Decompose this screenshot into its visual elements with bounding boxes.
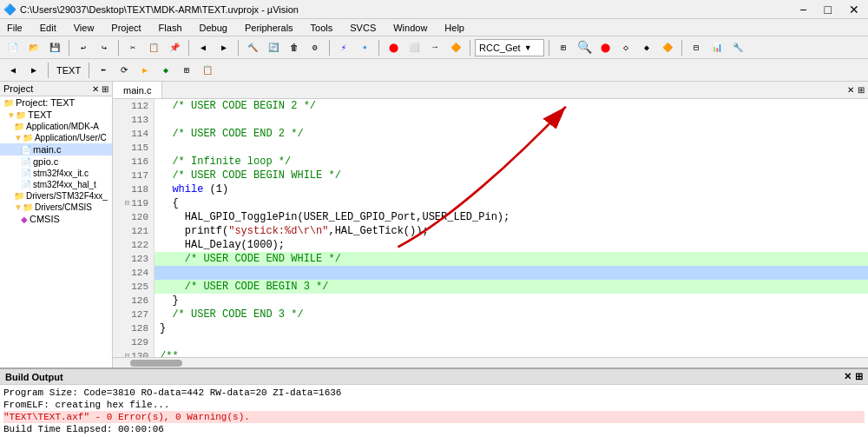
batch-build-button[interactable]: ⚙ bbox=[306, 38, 325, 57]
code-line-130[interactable]: /** bbox=[155, 349, 868, 357]
code-line-128[interactable]: } bbox=[155, 321, 868, 335]
sep6 bbox=[378, 40, 379, 56]
clean-button[interactable]: 🗑 bbox=[285, 38, 304, 57]
undo-button[interactable]: ↩ bbox=[74, 38, 93, 57]
target-dropdown[interactable]: RCC_Get ▼ bbox=[475, 39, 544, 56]
start-debug-button[interactable]: ⬤ bbox=[384, 38, 403, 57]
build-button[interactable]: 🔨 bbox=[243, 38, 262, 57]
settings-btn2[interactable]: ◇ bbox=[616, 38, 635, 57]
sidebar-item-text[interactable]: ▼📁 TEXT bbox=[0, 109, 112, 121]
tb2-btn3[interactable]: ⬅ bbox=[94, 61, 113, 80]
tb2-btn7[interactable]: ⊞ bbox=[177, 61, 196, 80]
debug-step-button[interactable]: → bbox=[425, 38, 444, 57]
code-line-124[interactable] bbox=[155, 266, 868, 280]
tb2-btn6[interactable]: ◆ bbox=[156, 61, 175, 80]
paste-button[interactable]: 📌 bbox=[165, 38, 184, 57]
stop-debug-button[interactable]: ⬜ bbox=[404, 38, 424, 57]
flash-button[interactable]: ⚡ bbox=[334, 38, 353, 57]
flash-erase-button[interactable]: 🔹 bbox=[355, 38, 374, 57]
menu-svcs[interactable]: SVCS bbox=[346, 23, 379, 33]
code-line-125[interactable]: /* USER CODE BEGIN 3 */ bbox=[155, 280, 868, 294]
code-line-123[interactable]: /* USER CODE END WHILE */ bbox=[155, 252, 868, 266]
tab-close-icon[interactable]: ✕ bbox=[847, 85, 854, 95]
horizontal-scrollbar[interactable] bbox=[113, 357, 868, 367]
code-line-126[interactable]: } bbox=[155, 294, 868, 308]
settings-btn3[interactable]: ◆ bbox=[637, 38, 656, 57]
sidebar-item-gpio[interactable]: 📄 gpio.c bbox=[0, 156, 112, 168]
build-output-expand-icon[interactable]: ⊞ bbox=[855, 371, 863, 382]
nav-back-button[interactable]: ◀ bbox=[194, 38, 213, 57]
code-line-114[interactable]: /* USER CODE END 2 */ bbox=[155, 127, 868, 141]
cut-button[interactable]: ✂ bbox=[123, 38, 142, 57]
extra-button[interactable]: 🔧 bbox=[728, 38, 747, 57]
layout-button[interactable]: ⊟ bbox=[687, 38, 706, 57]
debug-run-button[interactable]: 🔶 bbox=[446, 38, 465, 57]
orange-btn[interactable]: 🔶 bbox=[658, 38, 677, 57]
monitor-button[interactable]: 📊 bbox=[707, 38, 727, 57]
line-num-119[interactable]: ⊟119 bbox=[113, 196, 154, 210]
editor-tab-mainc[interactable]: main.c bbox=[113, 82, 162, 98]
sidebar-item-stm32hal[interactable]: 📄 stm32f4xx_hal_t bbox=[0, 179, 112, 190]
code-line-119[interactable]: { bbox=[155, 196, 868, 210]
scrollbar-thumb[interactable] bbox=[130, 360, 182, 367]
code-line-117[interactable]: /* USER CODE BEGIN WHILE */ bbox=[155, 169, 868, 182]
code-line-127[interactable]: /* USER CODE END 3 */ bbox=[155, 308, 868, 321]
menu-debug[interactable]: Debug bbox=[196, 23, 231, 33]
sidebar-item-stm32it[interactable]: 📄 stm32f4xx_it.c bbox=[0, 168, 112, 179]
menu-file[interactable]: File bbox=[3, 23, 26, 33]
menu-project[interactable]: Project bbox=[108, 23, 144, 33]
menu-edit[interactable]: Edit bbox=[36, 23, 60, 33]
close-button[interactable]: ✕ bbox=[844, 3, 865, 17]
menu-tools[interactable]: Tools bbox=[307, 23, 337, 33]
sidebar-item-drivers-cmsis[interactable]: ▼📁 Drivers/CMSIS bbox=[0, 202, 112, 213]
rebuild-button[interactable]: 🔄 bbox=[264, 38, 283, 57]
windows-button[interactable]: ⊞ bbox=[554, 38, 573, 57]
open-button[interactable]: 📂 bbox=[24, 38, 43, 57]
sidebar-item-label: Project: TEXT bbox=[16, 97, 75, 108]
tb2-btn4[interactable]: ⟳ bbox=[115, 61, 134, 80]
tb2-btn1[interactable]: ◀ bbox=[3, 61, 23, 80]
tab-expand-icon[interactable]: ⊞ bbox=[858, 85, 865, 95]
line-num-130[interactable]: ⊟130 bbox=[113, 349, 154, 357]
nav-forward-button[interactable]: ▶ bbox=[214, 38, 233, 57]
window-controls[interactable]: − □ ✕ bbox=[794, 3, 865, 17]
chevron-down-icon[interactable]: ▼ bbox=[524, 43, 532, 52]
code-line-122[interactable]: HAL_Delay(1000); bbox=[155, 238, 868, 252]
save-button[interactable]: 💾 bbox=[45, 38, 64, 57]
code-content[interactable]: /* USER CODE BEGIN 2 */ /* USER CODE END… bbox=[155, 99, 868, 357]
menu-peripherals[interactable]: Peripherals bbox=[241, 23, 297, 33]
copy-button[interactable]: 📋 bbox=[144, 38, 163, 57]
title-bar: 🔷 C:\Users\29037\Desktop\TEXT\MDK-ARM\TE… bbox=[0, 0, 868, 19]
code-line-113[interactable] bbox=[155, 113, 868, 127]
sidebar-close-icon[interactable]: ✕ ⊞ bbox=[92, 84, 108, 94]
search-button[interactable]: 🔍 bbox=[575, 38, 594, 57]
code-text-118-rest: (1) bbox=[203, 182, 228, 196]
sidebar-item-cmsis[interactable]: ◆ CMSIS bbox=[0, 213, 112, 225]
code-line-116[interactable]: /* Infinite loop */ bbox=[155, 155, 868, 169]
code-line-129[interactable] bbox=[155, 335, 868, 349]
menu-help[interactable]: Help bbox=[441, 23, 468, 33]
record-button[interactable]: ⬤ bbox=[595, 38, 615, 57]
build-output-controls[interactable]: ✕ ⊞ bbox=[844, 371, 863, 382]
code-line-121[interactable]: printf("systick:%d\r\n",HAL_GetTick()); bbox=[155, 224, 868, 238]
code-line-112[interactable]: /* USER CODE BEGIN 2 */ bbox=[155, 99, 868, 113]
code-line-120[interactable]: HAL_GPIO_TogglePin(USER_LED_GPIO_Port,US… bbox=[155, 210, 868, 224]
minimize-button[interactable]: − bbox=[794, 3, 812, 17]
menu-view[interactable]: View bbox=[70, 23, 98, 33]
redo-button[interactable]: ↪ bbox=[95, 38, 114, 57]
tb2-btn5[interactable]: ▶ bbox=[135, 61, 155, 80]
menu-window[interactable]: Window bbox=[390, 23, 431, 33]
tb2-btn2[interactable]: ▶ bbox=[24, 61, 43, 80]
code-line-118[interactable]: while (1) bbox=[155, 182, 868, 196]
sidebar-item-mdk[interactable]: 📁 Application/MDK-A bbox=[0, 121, 112, 132]
build-output-close-icon[interactable]: ✕ bbox=[844, 371, 852, 382]
code-line-115[interactable] bbox=[155, 141, 868, 155]
sidebar-item-drivers-stm[interactable]: 📁 Drivers/STM32F4xx_ bbox=[0, 190, 112, 202]
new-file-button[interactable]: 📄 bbox=[3, 38, 23, 57]
sidebar-item-mainc[interactable]: 📄 main.c bbox=[0, 143, 112, 156]
maximize-button[interactable]: □ bbox=[819, 3, 837, 17]
tb2-btn8[interactable]: 📋 bbox=[198, 61, 217, 80]
sidebar-item-user[interactable]: ▼📁 Application/User/C bbox=[0, 132, 112, 143]
menu-flash[interactable]: Flash bbox=[155, 23, 186, 33]
sidebar-item-project[interactable]: 📁 Project: TEXT bbox=[0, 96, 112, 109]
